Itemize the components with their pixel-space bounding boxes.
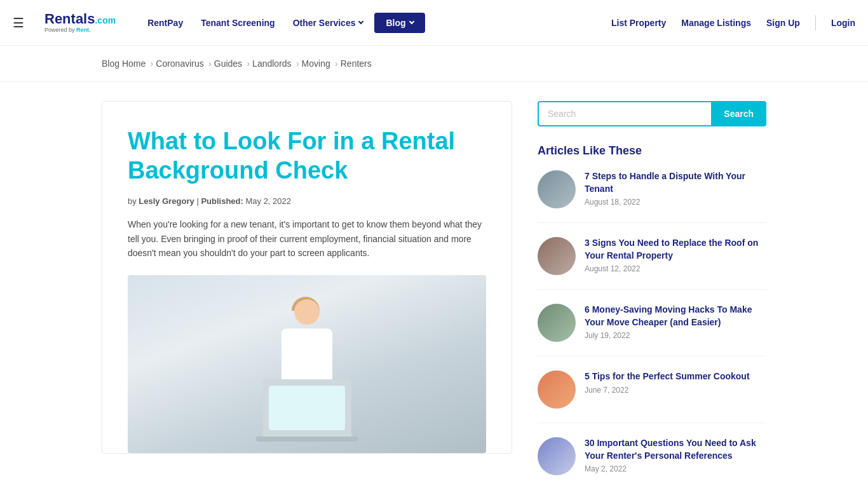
- chevron-down-icon: [358, 18, 363, 24]
- article-title: What to Look For in a Rental Background …: [128, 127, 486, 185]
- nav-item-rentpay[interactable]: RentPay: [141, 13, 189, 33]
- articles-like-title: Articles Like These: [538, 144, 766, 158]
- search-input[interactable]: [538, 101, 711, 126]
- nav-item-other-services[interactable]: Other Services: [287, 13, 370, 33]
- search-box: Search: [538, 101, 766, 126]
- sidebar-article-2: 6 Money-Saving Moving Hacks To Make Your…: [538, 304, 766, 356]
- other-services-label: Other Services: [293, 18, 356, 28]
- header-divider: [815, 15, 816, 30]
- cat-renters[interactable]: Renters: [341, 56, 382, 71]
- article-thumb-2: [538, 304, 576, 342]
- article-info-1: 3 Signs You Need to Replace the Roof on …: [585, 237, 766, 273]
- article-intro: When you're looking for a new tenant, it…: [128, 217, 486, 260]
- logo-com: .com: [95, 15, 116, 25]
- article-thumb-0: [538, 170, 576, 208]
- sidebar: Search Articles Like These 7 Steps to Ha…: [538, 101, 766, 488]
- article-meta: by Lesly Gregory | Published: May 2, 202…: [128, 196, 486, 206]
- person-head: [294, 299, 320, 325]
- list-property-link[interactable]: List Property: [611, 18, 666, 28]
- sidebar-article-0: 7 Steps to Handle a Dispute With Your Te…: [538, 170, 766, 223]
- person-body: [281, 329, 332, 379]
- cat-moving[interactable]: Moving: [302, 56, 341, 71]
- login-link[interactable]: Login: [831, 18, 855, 28]
- cat-landlords[interactable]: Landlords: [252, 56, 302, 71]
- logo-text: Rentals.com: [44, 12, 116, 26]
- header: ☰ Rentals.com Powered by Rent. RentPay T…: [0, 0, 868, 46]
- category-nav: Blog Home Coronavirus Guides Landlords M…: [0, 46, 868, 82]
- hamburger-menu-icon[interactable]: ☰: [13, 15, 24, 30]
- chevron-down-icon: [409, 18, 414, 24]
- header-left: ☰ Rentals.com Powered by Rent. RentPay T…: [13, 12, 425, 33]
- sidebar-article-3: 5 Tips for the Perfect Summer Cookout Ju…: [538, 370, 766, 423]
- article-thumb-1: [538, 237, 576, 275]
- article-card-title-0[interactable]: 7 Steps to Handle a Dispute With Your Te…: [585, 170, 766, 195]
- article-card-date-4: May 2, 2022: [585, 464, 766, 473]
- header-right: List Property Manage Listings Sign Up Lo…: [611, 15, 855, 30]
- laptop-screen: [269, 386, 345, 430]
- article-info-2: 6 Money-Saving Moving Hacks To Make Your…: [585, 304, 766, 340]
- article-thumb-4: [538, 437, 576, 475]
- article-card-date-2: July 19, 2022: [585, 331, 766, 340]
- article-card-date-0: August 18, 2022: [585, 198, 766, 207]
- logo-name: Rentals: [44, 11, 95, 27]
- article-card-title-1[interactable]: 3 Signs You Need to Replace the Roof on …: [585, 237, 766, 262]
- main-nav: RentPay Tenant Screening Other Services …: [141, 13, 424, 33]
- cat-blog-home[interactable]: Blog Home: [102, 56, 156, 71]
- search-button[interactable]: Search: [711, 101, 766, 126]
- article-image-inner: [128, 275, 486, 453]
- article-info-3: 5 Tips for the Perfect Summer Cookout Ju…: [585, 370, 766, 395]
- logo[interactable]: Rentals.com Powered by Rent.: [44, 12, 116, 33]
- illustration: [256, 299, 358, 442]
- blog-label: Blog: [386, 18, 405, 28]
- sidebar-article-4: 30 Important Questions You Need to Ask Y…: [538, 437, 766, 488]
- article-info-0: 7 Steps to Handle a Dispute With Your Te…: [585, 170, 766, 207]
- main-layout: What to Look For in a Rental Background …: [0, 82, 868, 488]
- manage-listings-link[interactable]: Manage Listings: [681, 18, 751, 28]
- article-card-title-4[interactable]: 30 Important Questions You Need to Ask Y…: [585, 437, 766, 462]
- article-thumb-3: [538, 370, 576, 409]
- article-area: What to Look For in a Rental Background …: [102, 101, 512, 488]
- nav-item-tenant-screening[interactable]: Tenant Screening: [194, 13, 281, 33]
- sidebar-article-1: 3 Signs You Need to Replace the Roof on …: [538, 237, 766, 290]
- article-hero-image: [128, 275, 486, 453]
- logo-tagline: Powered by Rent.: [44, 27, 116, 33]
- article-date: May 2, 2022: [245, 196, 291, 206]
- article-author: Lesly Gregory: [139, 196, 194, 206]
- article-container: What to Look For in a Rental Background …: [102, 101, 512, 454]
- cat-guides[interactable]: Guides: [214, 56, 252, 71]
- laptop: [262, 379, 351, 437]
- article-card-title-2[interactable]: 6 Money-Saving Moving Hacks To Make Your…: [585, 304, 766, 329]
- laptop-base: [256, 437, 358, 442]
- article-card-title-3[interactable]: 5 Tips for the Perfect Summer Cookout: [585, 370, 766, 383]
- nav-item-blog[interactable]: Blog: [374, 13, 424, 33]
- person-head-container: [293, 299, 321, 327]
- article-card-date-3: June 7, 2022: [585, 386, 766, 395]
- article-card-date-1: August 12, 2022: [585, 264, 766, 273]
- cat-coronavirus[interactable]: Coronavirus: [156, 56, 214, 71]
- article-published-label: Published:: [201, 196, 243, 206]
- article-info-4: 30 Important Questions You Need to Ask Y…: [585, 437, 766, 473]
- sign-up-link[interactable]: Sign Up: [766, 18, 800, 28]
